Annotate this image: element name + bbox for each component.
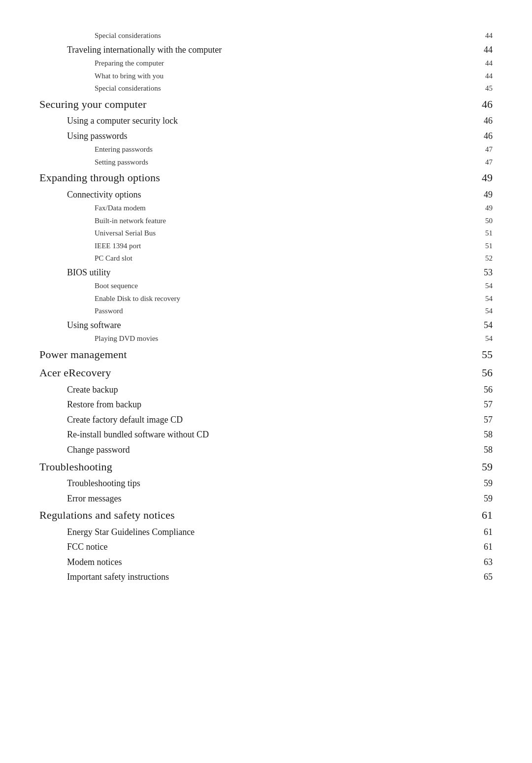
toc-entry: Modem notices63 <box>39 555 493 570</box>
toc-entry-label: Create backup <box>39 382 473 398</box>
toc-entry-label: Special considerations <box>39 30 473 42</box>
toc-entry: Change password58 <box>39 442 493 458</box>
toc-entry: Power management55 <box>39 345 493 364</box>
toc-entry: BIOS utility53 <box>39 265 493 280</box>
toc-entry-label: Acer eRecovery <box>39 364 473 382</box>
toc-entry-label: Universal Serial Bus <box>39 227 473 240</box>
toc-entry: Acer eRecovery56 <box>39 364 493 382</box>
toc-entry-page: 61 <box>473 539 493 555</box>
toc-entry: IEEE 1394 port51 <box>39 240 493 253</box>
toc-entry: Troubleshooting tips59 <box>39 476 493 491</box>
toc-entry-label: Enable Disk to disk recovery <box>39 293 473 305</box>
toc-entry-label: Using a computer security lock <box>39 113 473 129</box>
toc-entry-label: Preparing the computer <box>39 57 473 70</box>
toc-entry: Securing your computer46 <box>39 95 493 113</box>
toc-entry-page: 57 <box>473 397 493 412</box>
toc-entry: Error messages59 <box>39 491 493 506</box>
toc-entry-page: 54 <box>473 318 493 333</box>
toc-entry-page: 45 <box>473 82 493 95</box>
toc-entry-label: Special considerations <box>39 82 473 95</box>
toc-entry-page: 59 <box>473 476 493 491</box>
toc-entry-page: 52 <box>473 252 493 265</box>
toc-entry-page: 50 <box>473 215 493 228</box>
toc-entry: Important safety instructions65 <box>39 569 493 585</box>
toc-entry: Playing DVD movies54 <box>39 332 493 345</box>
page: Special considerations44Traveling intern… <box>0 0 532 763</box>
toc-entry-label: PC Card slot <box>39 252 473 265</box>
toc-entry-page: 57 <box>473 412 493 428</box>
toc-entry-page: 54 <box>473 305 493 318</box>
toc-entry-label: Important safety instructions <box>39 569 473 585</box>
toc-entry-page: 58 <box>473 442 493 458</box>
toc-entry: Re-install bundled software without CD58 <box>39 427 493 442</box>
toc-entry: Fax/Data modem49 <box>39 202 493 215</box>
toc-entry-page: 61 <box>473 506 493 524</box>
toc-entry-label: Re-install bundled software without CD <box>39 427 473 442</box>
toc-entry-label: Using passwords <box>39 129 473 144</box>
toc-entry: Expanding through options49 <box>39 168 493 187</box>
toc-entry-page: 54 <box>473 332 493 345</box>
toc-entry-label: Securing your computer <box>39 95 473 113</box>
toc-entry: Create backup56 <box>39 382 493 398</box>
toc-entry-page: 54 <box>473 293 493 305</box>
toc-entry: Using passwords46 <box>39 129 493 144</box>
toc-entry-page: 44 <box>473 57 493 70</box>
toc-entry: Enable Disk to disk recovery54 <box>39 293 493 305</box>
toc-entry: Connectivity options49 <box>39 187 493 202</box>
toc-entry: Regulations and safety notices61 <box>39 506 493 524</box>
toc-entry: Create factory default image CD57 <box>39 412 493 428</box>
toc-entry-page: 65 <box>473 569 493 585</box>
toc-entry: Using a computer security lock46 <box>39 113 493 129</box>
toc-entry-label: Connectivity options <box>39 187 473 202</box>
toc-entry: Password54 <box>39 305 493 318</box>
toc-entry-label: IEEE 1394 port <box>39 240 473 253</box>
toc-entry-label: Troubleshooting tips <box>39 476 473 491</box>
toc-entry: Energy Star Guidelines Compliance61 <box>39 525 493 540</box>
toc-entry-label: Energy Star Guidelines Compliance <box>39 525 473 540</box>
toc-entry-label: Built-in network feature <box>39 215 473 228</box>
toc-entry-label: Expanding through options <box>39 168 473 187</box>
toc-entry-page: 49 <box>473 187 493 202</box>
toc-entry: Built-in network feature50 <box>39 215 493 228</box>
toc-entry-label: Playing DVD movies <box>39 332 473 345</box>
toc-entry-page: 63 <box>473 555 493 570</box>
toc-entry-label: Power management <box>39 345 473 364</box>
toc-entry-page: 44 <box>473 42 493 58</box>
toc-entry: Traveling internationally with the compu… <box>39 42 493 58</box>
toc-entry-page: 49 <box>473 202 493 215</box>
toc-entry-label: Password <box>39 305 473 318</box>
toc-entry: Troubleshooting59 <box>39 458 493 476</box>
toc-entry-page: 55 <box>473 345 493 364</box>
toc-entry: Special considerations44 <box>39 30 493 42</box>
toc-entry-label: Boot sequence <box>39 280 473 293</box>
toc-entry-page: 53 <box>473 265 493 280</box>
toc-entry-page: 59 <box>473 458 493 476</box>
toc-entry-label: Traveling internationally with the compu… <box>39 42 473 58</box>
toc-entry-label: What to bring with you <box>39 70 473 83</box>
toc-entry-page: 54 <box>473 280 493 293</box>
toc-entry-label: Entering passwords <box>39 143 473 156</box>
toc-entry-page: 47 <box>473 156 493 169</box>
toc-entry-page: 46 <box>473 95 493 113</box>
toc-entry: Special considerations45 <box>39 82 493 95</box>
toc-entry-label: BIOS utility <box>39 265 473 280</box>
toc-entry-page: 56 <box>473 364 493 382</box>
toc-entry-label: Setting passwords <box>39 156 473 169</box>
toc-entry-label: Change password <box>39 442 473 458</box>
toc-entry-page: 56 <box>473 382 493 398</box>
toc-entry: Boot sequence54 <box>39 280 493 293</box>
toc-entry-label: Troubleshooting <box>39 458 473 476</box>
toc-entry: Using software54 <box>39 318 493 333</box>
toc-entry-label: Using software <box>39 318 473 333</box>
toc-entry-page: 47 <box>473 143 493 156</box>
toc-entry-label: FCC notice <box>39 539 473 555</box>
toc-entry: Universal Serial Bus51 <box>39 227 493 240</box>
toc-entry: PC Card slot52 <box>39 252 493 265</box>
toc-entry: Entering passwords47 <box>39 143 493 156</box>
toc-entry-label: Create factory default image CD <box>39 412 473 428</box>
toc-entry-label: Restore from backup <box>39 397 473 412</box>
toc-entry-page: 44 <box>473 70 493 83</box>
toc-entry: FCC notice61 <box>39 539 493 555</box>
toc-entry-page: 59 <box>473 491 493 506</box>
toc-entry-page: 49 <box>473 168 493 187</box>
